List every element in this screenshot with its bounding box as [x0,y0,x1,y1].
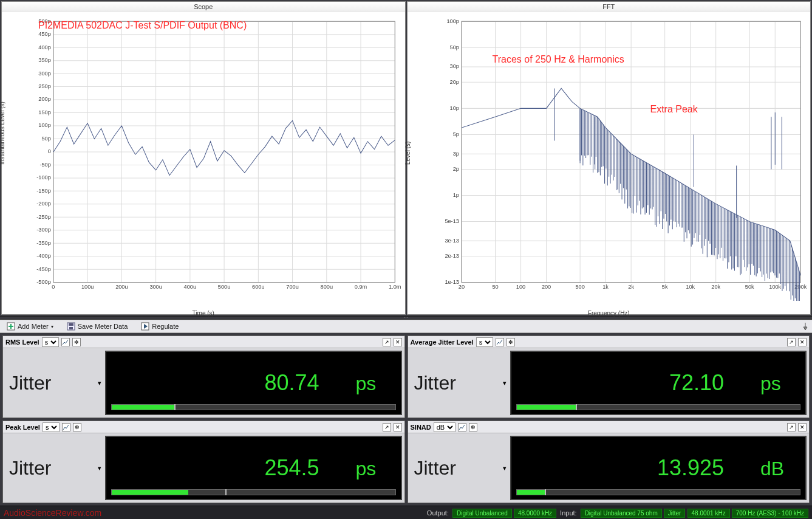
svg-rect-121 [69,327,73,329]
meter-label[interactable]: Jitter▾ [408,433,510,503]
chart-icon[interactable] [62,423,70,431]
meter-bar [516,489,801,495]
pin-icon[interactable] [801,322,810,331]
close-icon[interactable]: ✕ [394,423,402,431]
svg-text:-150p: -150p [36,188,51,194]
svg-text:-300p: -300p [36,227,51,233]
close-icon[interactable]: ✕ [798,338,807,346]
regulate-button[interactable]: Regulate [137,321,183,332]
meter-bar [111,489,396,495]
meter-bar-fill [112,405,174,410]
svg-text:400u: 400u [184,284,196,290]
scope-title: Scope [2,2,405,12]
svg-text:0: 0 [48,148,51,154]
meter-3: SINAD dB ✻ ↗ ✕ Jitter▾ 13.925 dB [408,421,810,503]
meter-unit-select[interactable]: s [43,422,60,432]
svg-text:-50p: -50p [39,162,50,168]
svg-text:700u: 700u [286,284,298,290]
save-meter-label: Save Meter Data [78,323,128,330]
svg-text:200u: 200u [115,284,128,290]
svg-text:450p: 450p [38,31,50,37]
scope-ylabel: Instantaneous Level (s) [0,101,5,165]
svg-text:2p: 2p [452,166,459,172]
meter-bar [111,404,396,410]
svg-text:10p: 10p [449,105,459,111]
scope-xlabel: Time (s) [193,310,214,317]
svg-text:1.0m: 1.0m [389,284,401,290]
caret-icon: ▾ [98,464,101,472]
meter-bar-mark [545,489,546,495]
meter-unit-select[interactable]: s [476,337,493,347]
meter-readout: 13.925 dB [520,455,797,481]
watermark: AudioScienceReview.com [4,508,101,518]
meter-title: SINAD [411,424,431,431]
meter-value: 13.925 [657,455,724,481]
meter-display: 72.10 ps [510,351,807,415]
meter-unit: ps [760,373,797,395]
save-icon [67,322,75,331]
meter-head: Average Jitter Level s ✻ ↗ ✕ [408,336,810,348]
fft-svg: 1e-132e-133e-135e-131p2p3p5p10p20p30p50p… [434,15,807,301]
play-icon [141,322,149,331]
gear-icon[interactable]: ✻ [507,338,515,346]
close-icon[interactable]: ✕ [394,338,402,346]
svg-text:20: 20 [458,284,464,290]
meter-body: Jitter▾ 254.5 ps [3,433,404,503]
svg-text:10k: 10k [686,284,695,290]
chart-icon[interactable] [458,423,466,431]
gear-icon[interactable]: ✻ [73,423,81,431]
meter-0: RMS Level s ✻ ↗ ✕ Jitter▾ 80.74 ps [2,335,405,418]
svg-text:0.9m: 0.9m [355,284,367,290]
svg-text:100p: 100p [38,122,50,128]
meter-body: Jitter▾ 80.74 ps [3,348,404,418]
meter-head: Peak Level s ✻ ↗ ✕ [3,421,404,433]
status-bar: AudioScienceReview.com Output: Digital U… [0,506,812,519]
meter-title: Peak Level [5,424,40,431]
chart-icon[interactable] [496,338,504,346]
meter-body: Jitter▾ 13.925 dB [408,433,810,503]
scope-svg: -500p-450p-400p-350p-300p-250p-200p-150p… [29,15,401,301]
svg-text:300u: 300u [149,284,162,290]
chart-icon[interactable] [61,338,70,346]
svg-text:100k: 100k [769,284,781,290]
svg-text:-350p: -350p [36,240,51,246]
fft-title: FFT [408,2,811,12]
meter-label[interactable]: Jitter▾ [408,348,510,418]
save-meter-button[interactable]: Save Meter Data [63,321,132,332]
meter-grid: RMS Level s ✻ ↗ ✕ Jitter▾ 80.74 ps [0,333,812,506]
status-chip: 700 Hz (AES3) - 100 kHz [732,509,808,518]
svg-text:50p: 50p [41,136,50,142]
meter-1: Average Jitter Level s ✻ ↗ ✕ Jitter▾ 72.… [408,335,810,418]
meter-unit-select[interactable]: dB [434,422,455,432]
add-meter-label: Add Meter [18,323,49,330]
add-meter-button[interactable]: Add Meter ▾ [2,321,58,332]
svg-text:1p: 1p [452,192,459,198]
popout-icon[interactable]: ↗ [383,423,391,431]
svg-text:100u: 100u [81,284,94,290]
meter-title: Average Jitter Level [411,339,474,346]
svg-text:-200p: -200p [36,201,51,207]
meter-label[interactable]: Jitter▾ [3,433,105,503]
meter-label[interactable]: Jitter▾ [3,348,105,418]
svg-text:20k: 20k [711,284,720,290]
close-icon[interactable]: ✕ [798,423,807,431]
meter-readout: 254.5 ps [115,455,392,481]
svg-text:20p: 20p [449,79,459,85]
svg-text:30p: 30p [449,64,459,70]
meter-head: RMS Level s ✻ ↗ ✕ [3,336,404,348]
regulate-label: Regulate [152,323,179,330]
gear-icon[interactable]: ✻ [469,423,477,431]
svg-text:5e-13: 5e-13 [445,218,459,224]
meter-readout: 72.10 ps [520,370,797,396]
svg-text:600u: 600u [252,284,264,290]
svg-text:100: 100 [516,284,525,290]
status-chip: 48.0001 kHz [687,509,730,518]
gear-icon[interactable]: ✻ [72,338,81,346]
popout-icon[interactable]: ↗ [383,338,391,346]
svg-text:1k: 1k [602,284,609,290]
meter-unit-select[interactable]: s [42,337,59,347]
status-chip: Digital Unbalanced 75 ohm [581,509,662,518]
popout-icon[interactable]: ↗ [787,338,796,346]
fft-ylabel: Level (s) [404,142,411,165]
popout-icon[interactable]: ↗ [787,423,796,431]
